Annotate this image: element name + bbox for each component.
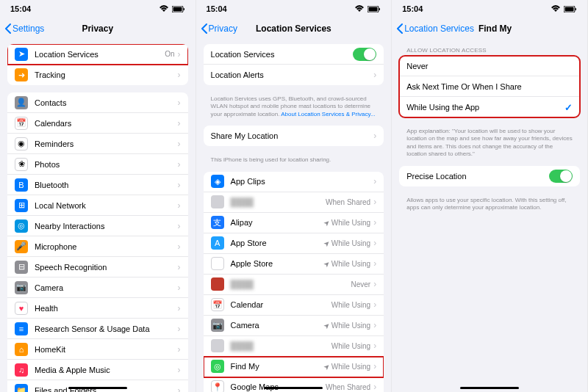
settings-row[interactable]: ♥Health›	[7, 298, 188, 319]
home-indicator[interactable]	[264, 387, 323, 389]
home-indicator[interactable]	[460, 387, 519, 389]
chevron-right-icon: ›	[178, 98, 181, 108]
back-button[interactable]: Privacy	[201, 23, 237, 34]
app-row[interactable]: 📷Camera➤While Using›	[204, 316, 384, 336]
status-bar: 15:04	[196, 0, 392, 18]
chevron-right-icon: ›	[373, 197, 376, 207]
row-icon: 📷	[15, 281, 28, 294]
chevron-right-icon: ›	[373, 382, 376, 392]
chevron-right-icon: ›	[373, 341, 376, 351]
app-row[interactable]: AApp Store➤While Using›	[204, 233, 384, 254]
toggle-on[interactable]	[353, 48, 376, 61]
row-icon: ◎	[15, 219, 28, 233]
chevron-right-icon: ›	[178, 344, 181, 355]
back-label: Settings	[12, 23, 44, 34]
settings-row[interactable]: ➜Tracking›	[7, 65, 188, 85]
app-row[interactable]: ████Never›	[204, 275, 384, 295]
app-row[interactable]: ████When Shared›	[204, 192, 384, 213]
app-row[interactable]: ◈App Clips›	[204, 172, 384, 192]
app-row[interactable]: ████While Using›	[204, 336, 384, 357]
row-label: Microphone	[35, 242, 178, 251]
settings-row[interactable]: ⌂HomeKit›	[7, 339, 188, 360]
row-label: Photos	[35, 160, 178, 169]
app-icon	[211, 257, 224, 270]
battery-icon	[172, 6, 185, 12]
settings-row[interactable]: ≡Research Sensor & Usage Data›	[7, 319, 188, 339]
row-label: Media & Apple Music	[35, 366, 178, 374]
chevron-right-icon: ›	[178, 262, 181, 272]
row-location-services-toggle[interactable]: Location Services	[204, 44, 384, 65]
svg-rect-4	[369, 7, 378, 11]
app-icon	[211, 277, 224, 291]
group-privacy-apps: 👤Contacts›📅Calendars›◉Reminders›❀Photos›…	[7, 92, 188, 392]
settings-row[interactable]: 📅Calendars›	[7, 113, 188, 134]
access-option[interactable]: While Using the App✓	[399, 97, 580, 117]
app-value: When Shared	[326, 198, 370, 206]
screen-privacy: 15:04 Settings Privacy ➤Location Service…	[0, 0, 196, 392]
row-icon: B	[15, 178, 28, 192]
back-button[interactable]: Settings	[4, 23, 44, 34]
group-privacy-main: ➤Location ServicesOn›➜Tracking›	[7, 44, 188, 85]
about-link[interactable]: About Location Services & Privacy...	[281, 111, 375, 117]
app-icon: 支	[211, 216, 224, 229]
home-indicator[interactable]	[68, 387, 127, 389]
app-value: While Using	[331, 322, 370, 330]
toggle-on[interactable]	[549, 170, 573, 183]
settings-row[interactable]: ➤Location ServicesOn›	[7, 44, 188, 65]
settings-row[interactable]: 🎤Microphone›	[7, 236, 188, 257]
settings-row[interactable]: 📷Camera›	[7, 277, 188, 298]
chevron-right-icon: ›	[373, 279, 376, 289]
chevron-right-icon: ›	[178, 365, 181, 375]
app-icon: 📷	[211, 319, 224, 332]
app-value: While Using	[331, 219, 370, 227]
settings-row[interactable]: 📁Files and Folders›	[7, 380, 188, 392]
settings-row[interactable]: ⊟Speech Recognition›	[7, 257, 188, 277]
row-label: Bluetooth	[35, 181, 178, 189]
row-precise-location[interactable]: Precise Location	[399, 166, 580, 186]
app-label: ████	[231, 280, 351, 288]
settings-row[interactable]: ♫Media & Apple Music›	[7, 360, 188, 380]
nav-bar: Settings Privacy	[0, 18, 196, 40]
settings-row[interactable]: ⊞Local Network›	[7, 195, 188, 216]
row-value: On	[165, 50, 174, 58]
chevron-right-icon: ›	[178, 200, 181, 211]
group-apps: ◈App Clips›████When Shared›支Alipay➤While…	[204, 172, 384, 392]
row-label: HomeKit	[35, 345, 178, 354]
back-button[interactable]: Location Services	[396, 23, 474, 34]
row-label: Speech Recognition	[35, 263, 178, 272]
nav-bar: Privacy Location Services	[196, 18, 392, 40]
app-row[interactable]: ◎Find My➤While Using›	[204, 357, 384, 377]
chevron-right-icon: ›	[178, 118, 181, 128]
app-row[interactable]: 支Alipay➤While Using›	[204, 213, 384, 233]
settings-row[interactable]: BBluetooth›	[7, 175, 188, 195]
share-desc: This iPhone is being used for location s…	[204, 153, 384, 171]
settings-row[interactable]: ◉Reminders›	[7, 134, 188, 154]
group-ls-toggle: Location Services Location Alerts ›	[204, 44, 384, 85]
app-row[interactable]: Apple Store➤While Using›	[204, 254, 384, 275]
svg-rect-1	[173, 7, 182, 11]
chevron-left-icon	[396, 23, 404, 34]
chevron-right-icon: ›	[373, 217, 376, 228]
row-icon: ⊞	[15, 199, 28, 212]
row-location-alerts[interactable]: Location Alerts ›	[204, 65, 384, 85]
app-label: Find My	[231, 362, 323, 371]
app-icon	[211, 195, 224, 208]
chevron-right-icon: ›	[178, 139, 181, 149]
chevron-right-icon: ›	[178, 70, 181, 80]
row-share-location[interactable]: Share My Location ›	[204, 126, 384, 146]
chevron-right-icon: ›	[178, 283, 181, 293]
chevron-right-icon: ›	[373, 176, 376, 186]
access-option[interactable]: Ask Next Time Or When I Share	[399, 76, 580, 97]
access-option[interactable]: Never	[399, 56, 580, 76]
status-time: 15:04	[207, 4, 227, 13]
settings-row[interactable]: ❀Photos›	[7, 154, 188, 175]
group-share: Share My Location ›	[204, 126, 384, 146]
settings-row[interactable]: 👤Contacts›	[7, 92, 188, 113]
app-row[interactable]: 📍Google MapsWhen Shared›	[204, 377, 384, 392]
app-row[interactable]: 📅CalendarWhile Using›	[204, 295, 384, 316]
precise-desc: Allows apps to use your specific locatio…	[399, 194, 580, 219]
chevron-right-icon: ›	[373, 131, 376, 141]
option-label: While Using the App	[406, 103, 564, 112]
settings-row[interactable]: ◎Nearby Interactions›	[7, 216, 188, 236]
chevron-right-icon: ›	[178, 385, 181, 392]
